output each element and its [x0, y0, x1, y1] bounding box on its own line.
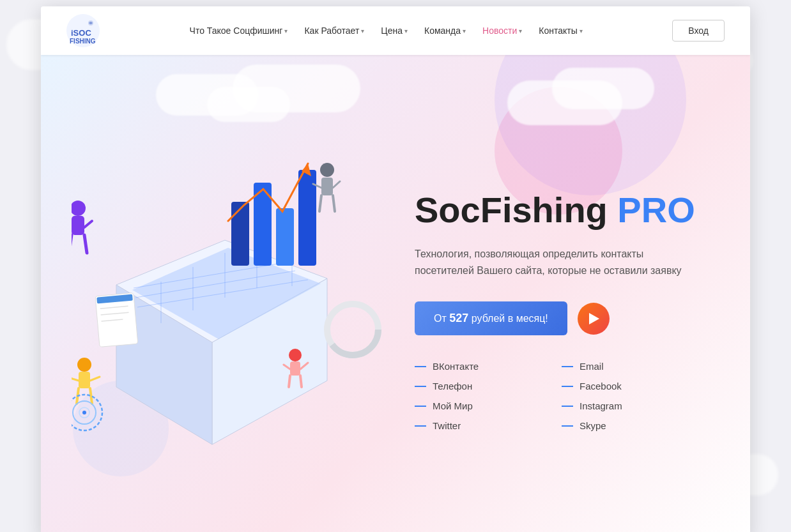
svg-line-34 — [319, 195, 321, 211]
contact-skype: Skype — [562, 420, 683, 431]
svg-line-29 — [84, 235, 87, 253]
contact-twitter: Twitter — [415, 420, 536, 431]
hero-section: SocFishing PRO Технология, позволяющая о… — [41, 55, 750, 532]
svg-line-40 — [289, 376, 290, 387]
svg-line-35 — [333, 195, 335, 211]
chevron-icon: ▾ — [580, 27, 583, 34]
svg-line-37 — [333, 181, 340, 188]
chevron-icon: ▾ — [361, 27, 364, 34]
svg-line-31 — [84, 221, 92, 227]
chevron-icon: ▾ — [284, 27, 288, 34]
login-button[interactable]: Вход — [672, 20, 725, 42]
svg-rect-39 — [290, 361, 300, 376]
contact-mymir: Мой Мир — [415, 400, 536, 411]
svg-text:FISHING: FISHING — [70, 38, 96, 45]
svg-rect-33 — [321, 178, 333, 195]
nav-item-what[interactable]: Что Такое Соцфишинг ▾ — [183, 22, 295, 40]
header: iSOC FISHING Что Такое Соцфишинг ▾ Как Р… — [41, 6, 750, 55]
svg-line-47 — [90, 388, 92, 404]
hero-title: SocFishing PRO — [415, 190, 725, 231]
svg-line-49 — [90, 377, 100, 381]
chevron-icon: ▾ — [404, 27, 408, 34]
svg-text:iSOC: iSOC — [71, 28, 91, 38]
chevron-icon: ▾ — [463, 27, 466, 34]
contact-dash-icon — [562, 386, 573, 387]
contact-dash-icon — [562, 406, 573, 407]
contact-email: Email — [562, 361, 683, 372]
logo-area[interactable]: iSOC FISHING — [66, 14, 100, 47]
cta-row: От 527 рублей в месяц! — [415, 301, 725, 335]
svg-rect-21 — [231, 202, 249, 266]
play-button[interactable] — [578, 303, 610, 335]
svg-rect-23 — [276, 208, 294, 266]
svg-point-53 — [82, 411, 86, 414]
contacts-grid: ВКонтакте Email Телефон Facebook — [415, 361, 683, 431]
svg-rect-27 — [72, 216, 84, 235]
hero-subtitle: Технология, позволяющая определить конта… — [415, 246, 702, 278]
contact-vk: ВКонтакте — [415, 361, 536, 372]
contact-dash-icon — [415, 425, 426, 427]
nav-item-news[interactable]: Новости ▾ — [476, 22, 528, 40]
nav-item-how[interactable]: Как Работает ▾ — [298, 22, 371, 40]
contact-phone: Телефон — [415, 381, 536, 391]
nav-item-price[interactable]: Цена ▾ — [374, 22, 414, 40]
nav-item-team[interactable]: Команда ▾ — [418, 22, 472, 40]
cta-button[interactable]: От 527 рублей в месяц! — [415, 301, 567, 335]
contact-dash-icon — [562, 366, 573, 367]
svg-rect-45 — [79, 372, 90, 388]
contact-dash-icon — [562, 425, 573, 427]
chevron-icon: ▾ — [519, 27, 522, 34]
svg-point-38 — [289, 349, 302, 361]
hero-content: SocFishing PRO Технология, позволяющая о… — [41, 55, 750, 532]
contact-facebook: Facebook — [562, 381, 683, 391]
logo-icon: iSOC FISHING — [66, 14, 100, 47]
page-frame: iSOC FISHING Что Такое Соцфишинг ▾ Как Р… — [41, 6, 750, 532]
price-number: 527 — [449, 312, 468, 324]
contact-dash-icon — [415, 386, 426, 387]
svg-line-48 — [72, 378, 79, 381]
hero-text-area: SocFishing PRO Технология, позволяющая о… — [396, 177, 725, 432]
contact-dash-icon — [415, 366, 426, 367]
nav-item-contacts[interactable]: Контакты ▾ — [532, 22, 588, 40]
svg-point-32 — [320, 163, 334, 177]
svg-point-44 — [77, 358, 91, 372]
contact-dash-icon — [415, 406, 426, 407]
svg-line-41 — [300, 376, 302, 387]
main-nav: Что Такое Соцфишинг ▾ Как Работает ▾ Цен… — [183, 22, 589, 40]
contact-instagram: Instagram — [562, 400, 683, 411]
hero-illustration — [66, 151, 396, 457]
svg-point-26 — [72, 201, 86, 216]
